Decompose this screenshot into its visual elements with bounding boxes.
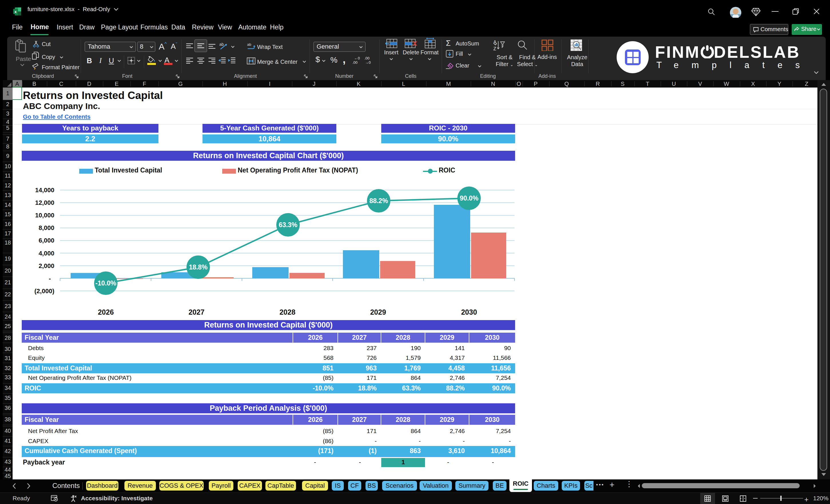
- svg-text:.00: .00: [364, 56, 370, 60]
- svg-text:18.8%: 18.8%: [189, 263, 208, 271]
- svg-text:.00: .00: [352, 60, 357, 65]
- svg-text:Z: Z: [493, 46, 496, 51]
- svg-text:-10.0%: -10.0%: [96, 280, 117, 287]
- svg-text:63.3%: 63.3%: [279, 221, 297, 228]
- svg-text:x: x: [14, 9, 17, 14]
- svg-text:←0: ←0: [354, 56, 360, 60]
- svg-text:A: A: [493, 40, 497, 44]
- svg-text:88.2%: 88.2%: [369, 197, 388, 204]
- svg-text:ab: ab: [219, 42, 224, 46]
- svg-text:90.0%: 90.0%: [459, 194, 478, 202]
- svg-text:→0: →0: [365, 60, 371, 65]
- svg-text:ab: ab: [247, 42, 251, 46]
